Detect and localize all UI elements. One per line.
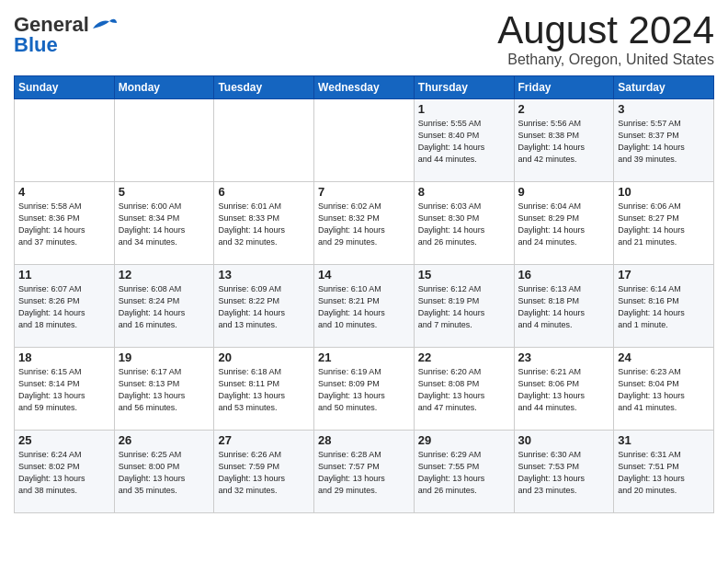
day-number: 25 — [18, 433, 110, 447]
day-info: Sunrise: 6:02 AM Sunset: 8:32 PM Dayligh… — [318, 201, 410, 248]
day-info: Sunrise: 6:10 AM Sunset: 8:21 PM Dayligh… — [318, 283, 410, 331]
day-number: 2 — [518, 102, 610, 116]
day-info: Sunrise: 6:18 AM Sunset: 8:11 PM Dayligh… — [218, 366, 310, 414]
page-header: General Blue August 2024 Bethany, Oregon… — [14, 9, 714, 68]
day-info: Sunrise: 5:56 AM Sunset: 8:38 PM Dayligh… — [518, 118, 610, 166]
day-info: Sunrise: 6:14 AM Sunset: 8:16 PM Dayligh… — [618, 283, 710, 331]
day-number: 11 — [18, 268, 110, 282]
calendar-cell: 13Sunrise: 6:09 AM Sunset: 8:22 PM Dayli… — [214, 265, 314, 348]
day-number: 3 — [618, 102, 710, 116]
logo-blue: Blue — [14, 33, 58, 57]
weekday-header-thursday: Thursday — [414, 76, 514, 99]
weekday-header-tuesday: Tuesday — [214, 76, 314, 99]
day-info: Sunrise: 6:24 AM Sunset: 8:02 PM Dayligh… — [18, 449, 110, 497]
calendar-week-1: 1Sunrise: 5:55 AM Sunset: 8:40 PM Daylig… — [15, 99, 714, 182]
day-number: 18 — [18, 350, 110, 364]
day-number: 5 — [119, 185, 210, 199]
day-info: Sunrise: 5:55 AM Sunset: 8:40 PM Dayligh… — [418, 118, 510, 166]
calendar-table: SundayMondayTuesdayWednesdayThursdayFrid… — [14, 75, 714, 513]
day-number: 24 — [618, 350, 710, 364]
calendar-cell: 22Sunrise: 6:20 AM Sunset: 8:08 PM Dayli… — [414, 348, 514, 431]
day-number: 8 — [418, 185, 510, 199]
calendar-cell: 7Sunrise: 6:02 AM Sunset: 8:32 PM Daylig… — [314, 182, 415, 265]
calendar-week-3: 11Sunrise: 6:07 AM Sunset: 8:26 PM Dayli… — [15, 265, 714, 348]
day-number: 7 — [318, 185, 410, 199]
day-number: 12 — [119, 268, 210, 282]
calendar-cell — [114, 99, 214, 182]
logo: General Blue — [14, 9, 119, 57]
day-info: Sunrise: 6:08 AM Sunset: 8:24 PM Dayligh… — [119, 283, 210, 331]
calendar-cell: 31Sunrise: 6:31 AM Sunset: 7:51 PM Dayli… — [614, 431, 714, 513]
day-number: 15 — [418, 268, 510, 282]
day-number: 13 — [218, 268, 310, 282]
day-info: Sunrise: 6:04 AM Sunset: 8:29 PM Dayligh… — [518, 201, 610, 248]
calendar-cell: 11Sunrise: 6:07 AM Sunset: 8:26 PM Dayli… — [15, 265, 115, 348]
day-info: Sunrise: 6:25 AM Sunset: 8:00 PM Dayligh… — [119, 449, 210, 497]
calendar-cell — [214, 99, 314, 182]
day-info: Sunrise: 6:30 AM Sunset: 7:53 PM Dayligh… — [518, 449, 610, 497]
calendar-cell: 28Sunrise: 6:28 AM Sunset: 7:57 PM Dayli… — [314, 431, 415, 513]
day-info: Sunrise: 6:15 AM Sunset: 8:14 PM Dayligh… — [18, 366, 110, 414]
day-number: 20 — [218, 350, 310, 364]
calendar-cell: 15Sunrise: 6:12 AM Sunset: 8:19 PM Dayli… — [414, 265, 514, 348]
calendar-cell: 21Sunrise: 6:19 AM Sunset: 8:09 PM Dayli… — [314, 348, 415, 431]
title-area: August 2024 Bethany, Oregon, United Stat… — [497, 9, 714, 68]
day-number: 19 — [119, 350, 210, 364]
day-number: 1 — [418, 102, 510, 116]
day-info: Sunrise: 6:29 AM Sunset: 7:55 PM Dayligh… — [418, 449, 510, 497]
calendar-header-row: SundayMondayTuesdayWednesdayThursdayFrid… — [15, 76, 714, 99]
calendar-cell: 10Sunrise: 6:06 AM Sunset: 8:27 PM Dayli… — [614, 182, 714, 265]
day-info: Sunrise: 6:20 AM Sunset: 8:08 PM Dayligh… — [418, 366, 510, 414]
weekday-header-friday: Friday — [514, 76, 614, 99]
day-number: 30 — [518, 433, 610, 447]
calendar-cell: 3Sunrise: 5:57 AM Sunset: 8:37 PM Daylig… — [614, 99, 714, 182]
calendar-cell: 18Sunrise: 6:15 AM Sunset: 8:14 PM Dayli… — [15, 348, 115, 431]
calendar-cell: 4Sunrise: 5:58 AM Sunset: 8:36 PM Daylig… — [15, 182, 115, 265]
day-number: 26 — [119, 433, 210, 447]
day-number: 17 — [618, 268, 710, 282]
day-info: Sunrise: 6:01 AM Sunset: 8:33 PM Dayligh… — [218, 201, 310, 248]
day-info: Sunrise: 6:00 AM Sunset: 8:34 PM Dayligh… — [119, 201, 210, 248]
calendar-cell: 17Sunrise: 6:14 AM Sunset: 8:16 PM Dayli… — [614, 265, 714, 348]
calendar-cell: 16Sunrise: 6:13 AM Sunset: 8:18 PM Dayli… — [514, 265, 614, 348]
day-info: Sunrise: 6:07 AM Sunset: 8:26 PM Dayligh… — [18, 283, 110, 331]
day-info: Sunrise: 6:17 AM Sunset: 8:13 PM Dayligh… — [119, 366, 210, 414]
calendar-cell: 26Sunrise: 6:25 AM Sunset: 8:00 PM Dayli… — [114, 431, 214, 513]
day-info: Sunrise: 5:57 AM Sunset: 8:37 PM Dayligh… — [618, 118, 710, 166]
calendar-cell: 27Sunrise: 6:26 AM Sunset: 7:59 PM Dayli… — [214, 431, 314, 513]
day-info: Sunrise: 6:19 AM Sunset: 8:09 PM Dayligh… — [318, 366, 410, 414]
day-number: 28 — [318, 433, 410, 447]
calendar-week-2: 4Sunrise: 5:58 AM Sunset: 8:36 PM Daylig… — [15, 182, 714, 265]
calendar-cell: 1Sunrise: 5:55 AM Sunset: 8:40 PM Daylig… — [414, 99, 514, 182]
day-info: Sunrise: 6:09 AM Sunset: 8:22 PM Dayligh… — [218, 283, 310, 331]
day-info: Sunrise: 6:06 AM Sunset: 8:27 PM Dayligh… — [618, 201, 710, 248]
calendar-cell: 2Sunrise: 5:56 AM Sunset: 8:38 PM Daylig… — [514, 99, 614, 182]
day-info: Sunrise: 6:26 AM Sunset: 7:59 PM Dayligh… — [218, 449, 310, 497]
day-number: 31 — [618, 433, 710, 447]
day-info: Sunrise: 6:13 AM Sunset: 8:18 PM Dayligh… — [518, 283, 610, 331]
day-number: 4 — [18, 185, 110, 199]
day-number: 9 — [518, 185, 610, 199]
day-info: Sunrise: 6:28 AM Sunset: 7:57 PM Dayligh… — [318, 449, 410, 497]
weekday-header-saturday: Saturday — [614, 76, 714, 99]
calendar-week-5: 25Sunrise: 6:24 AM Sunset: 8:02 PM Dayli… — [15, 431, 714, 513]
day-number: 29 — [418, 433, 510, 447]
day-number: 10 — [618, 185, 710, 199]
day-info: Sunrise: 6:21 AM Sunset: 8:06 PM Dayligh… — [518, 366, 610, 414]
day-number: 27 — [218, 433, 310, 447]
day-number: 21 — [318, 350, 410, 364]
calendar-body: 1Sunrise: 5:55 AM Sunset: 8:40 PM Daylig… — [15, 99, 714, 513]
day-number: 16 — [518, 268, 610, 282]
day-info: Sunrise: 6:03 AM Sunset: 8:30 PM Dayligh… — [418, 201, 510, 248]
calendar-cell — [314, 99, 415, 182]
calendar-cell — [15, 99, 115, 182]
calendar-cell: 30Sunrise: 6:30 AM Sunset: 7:53 PM Dayli… — [514, 431, 614, 513]
day-info: Sunrise: 5:58 AM Sunset: 8:36 PM Dayligh… — [18, 201, 110, 248]
day-info: Sunrise: 6:12 AM Sunset: 8:19 PM Dayligh… — [418, 283, 510, 331]
calendar-cell: 6Sunrise: 6:01 AM Sunset: 8:33 PM Daylig… — [214, 182, 314, 265]
day-number: 14 — [318, 268, 410, 282]
day-info: Sunrise: 6:31 AM Sunset: 7:51 PM Dayligh… — [618, 449, 710, 497]
day-number: 22 — [418, 350, 510, 364]
weekday-header-wednesday: Wednesday — [314, 76, 415, 99]
calendar-cell: 24Sunrise: 6:23 AM Sunset: 8:04 PM Dayli… — [614, 348, 714, 431]
